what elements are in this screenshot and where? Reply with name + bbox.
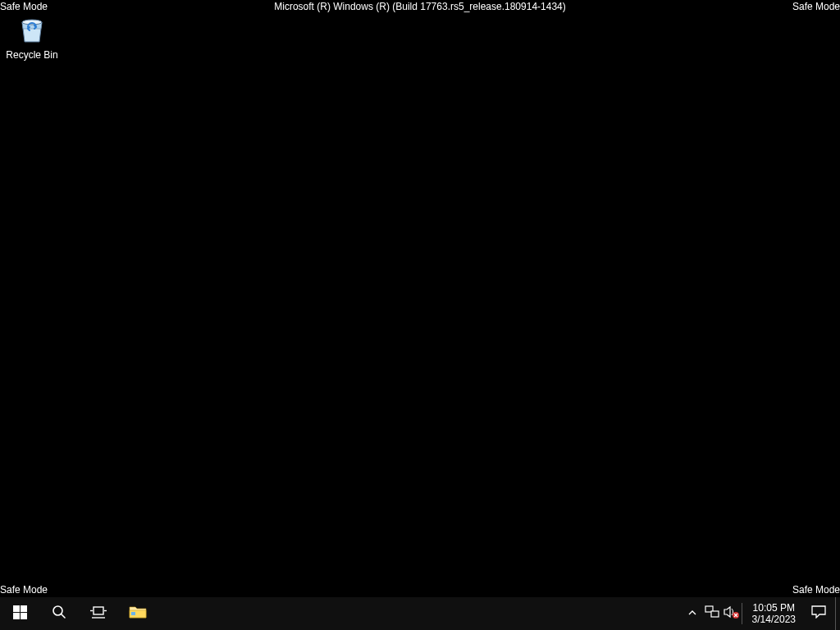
clock-date: 3/14/2023 xyxy=(752,614,796,625)
action-center-button[interactable] xyxy=(802,597,835,630)
desktop-icon-recycle-bin[interactable]: Recycle Bin xyxy=(2,2,62,61)
task-view-button[interactable] xyxy=(79,597,118,630)
search-button[interactable] xyxy=(39,597,79,630)
file-explorer-button[interactable] xyxy=(118,597,158,630)
taskbar-clock[interactable]: 10:05 PM 3/14/2023 xyxy=(746,597,802,630)
safemode-label-top-right: Safe Mode xyxy=(792,1,840,12)
tray-volume-button[interactable] xyxy=(722,597,742,630)
svg-rect-13 xyxy=(711,611,719,617)
svg-rect-7 xyxy=(94,607,103,614)
task-view-icon xyxy=(90,605,107,622)
taskbar: 10:05 PM 3/14/2023 xyxy=(0,597,840,630)
svg-line-6 xyxy=(62,614,66,619)
svg-rect-1 xyxy=(13,605,20,612)
tray-network-button[interactable] xyxy=(702,597,722,630)
chevron-up-icon xyxy=(687,606,697,621)
recycle-bin-label: Recycle Bin xyxy=(6,49,57,61)
safemode-label-bottom-right: Safe Mode xyxy=(792,584,840,596)
volume-muted-icon xyxy=(724,605,740,622)
tray-overflow-button[interactable] xyxy=(682,597,702,630)
recycle-bin-icon xyxy=(16,13,48,46)
safemode-label-bottom-left: Safe Mode xyxy=(0,584,48,596)
svg-rect-2 xyxy=(21,605,27,612)
build-info-label: Microsoft (R) Windows (R) (Build 17763.r… xyxy=(274,1,566,12)
file-explorer-icon xyxy=(129,605,147,623)
tray-divider xyxy=(742,603,742,624)
search-icon xyxy=(52,605,66,623)
taskbar-left xyxy=(0,597,158,630)
clock-time: 10:05 PM xyxy=(753,602,795,614)
svg-rect-4 xyxy=(21,613,27,619)
windows-logo-icon xyxy=(13,605,27,623)
network-icon xyxy=(705,605,719,622)
svg-rect-3 xyxy=(13,613,20,619)
notification-icon xyxy=(811,605,826,622)
show-desktop-button[interactable] xyxy=(835,597,840,630)
taskbar-right: 10:05 PM 3/14/2023 xyxy=(682,597,840,630)
start-button[interactable] xyxy=(0,597,39,630)
svg-rect-11 xyxy=(131,612,135,615)
